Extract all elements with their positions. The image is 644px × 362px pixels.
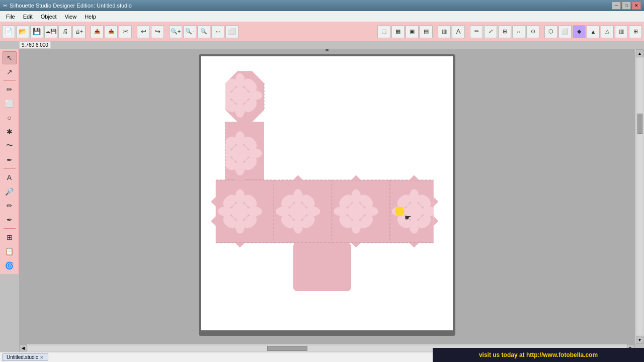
maximize-button[interactable]: □	[622, 2, 631, 10]
zoom-in-button[interactable]: 🔍+	[169, 25, 182, 38]
weld-button[interactable]: ⊙	[526, 25, 539, 38]
panel2-tool[interactable]: 📋	[3, 245, 17, 258]
polygon-tool[interactable]: ✱	[3, 125, 17, 138]
svg-marker-41	[351, 243, 361, 248]
tab-untitled[interactable]: Untitled.studio ✕	[2, 353, 48, 361]
menu-object[interactable]: Object	[37, 13, 61, 21]
menu-view[interactable]: View	[61, 13, 81, 21]
scroll-thumb-vertical[interactable]	[637, 114, 642, 134]
eraser-tool[interactable]: ✏	[3, 199, 17, 212]
ellipse-tool[interactable]: ○	[3, 111, 17, 124]
coord-display: 9.760 6.000	[19, 41, 51, 49]
svg-rect-23	[332, 180, 390, 243]
left-panel	[225, 122, 264, 180]
undo-button[interactable]: ↩	[137, 25, 150, 38]
canvas-area[interactable]: ⬆ ✕ ─	[19, 49, 635, 352]
svg-marker-39	[235, 243, 245, 248]
vertical-scrollbar[interactable]: ▲ ▼	[635, 49, 644, 344]
cut-button[interactable]: ✂	[119, 25, 132, 38]
svg-marker-33	[434, 197, 439, 207]
panel-button[interactable]: △	[601, 25, 614, 38]
redo-button[interactable]: ↪	[151, 25, 164, 38]
svg-marker-38	[409, 175, 419, 180]
svg-marker-37	[351, 175, 361, 180]
svg-rect-19	[216, 180, 274, 243]
panel3-tool[interactable]: 🌀	[3, 259, 17, 272]
scroll-left-button[interactable]: ◀	[19, 344, 27, 352]
draw-tool[interactable]: ✏	[3, 83, 17, 96]
white-page[interactable]: ☛	[201, 56, 453, 330]
color-button[interactable]: ◆	[573, 25, 586, 38]
left-toolbar: ↖ ↗ ✏ ⬜ ○ ✱ 〜 ✒ A 🔎 ✏ ✒ ⊞ 📋 🌀	[0, 49, 19, 274]
wave-tool[interactable]: 〜	[3, 139, 17, 152]
menu-file[interactable]: File	[2, 13, 19, 21]
line-style-button[interactable]: ▥	[438, 25, 451, 38]
ad-text: visit us today at http://www.fotobella.c…	[479, 351, 598, 358]
text-tool[interactable]: A	[3, 171, 17, 184]
pan-button[interactable]: ↔	[211, 25, 224, 38]
save-cloud-button[interactable]: ☁💾	[44, 25, 57, 38]
mat-arrow: ⬆	[322, 49, 332, 54]
trace-button[interactable]: ⤢	[484, 25, 497, 38]
svg-text:☛: ☛	[405, 213, 411, 222]
send-button[interactable]: ⬡	[544, 25, 557, 38]
shape-button[interactable]: ▲	[587, 25, 600, 38]
tab-label: Untitled.studio	[7, 354, 38, 360]
rect-tool[interactable]: ⬜	[3, 97, 17, 110]
pen-tool[interactable]: ✒	[3, 153, 17, 166]
group-button[interactable]: ⊞	[498, 25, 511, 38]
text-button[interactable]: A	[452, 25, 465, 38]
svg-rect-15	[225, 122, 264, 180]
menu-bar: File Edit Object View Help	[0, 11, 644, 22]
scroll-track-vertical[interactable]	[637, 58, 642, 335]
minimize-button[interactable]: ─	[612, 2, 621, 10]
grid2-button[interactable]: ⊞	[629, 25, 642, 38]
svg-point-44	[395, 207, 405, 216]
select-rect-button[interactable]: ⬜	[225, 25, 238, 38]
svg-marker-42	[409, 243, 419, 248]
main-toolbar: 📄 📂 💾 ☁💾 🖨 🖨+ 📥 📤 ✂ ↩ ↪ 🔍+ 🔍- 🔍 ↔ ⬜ ⬚ ▦ …	[0, 22, 644, 41]
zoom-fit-button[interactable]: 🔍	[197, 25, 210, 38]
zoom-out-button[interactable]: 🔍-	[183, 25, 196, 38]
zoom-tool[interactable]: 🔎	[3, 185, 17, 198]
svg-marker-11	[225, 71, 264, 122]
node-tool[interactable]: ↗	[3, 65, 17, 78]
align-button[interactable]: ▣	[406, 25, 419, 38]
close-button[interactable]: ✕	[632, 2, 641, 10]
new-button[interactable]: 📄	[2, 25, 15, 38]
open-button[interactable]: 📂	[16, 25, 29, 38]
menu-edit[interactable]: Edit	[19, 13, 37, 21]
panel-1	[216, 180, 274, 243]
export-button[interactable]: 📤	[105, 25, 118, 38]
layers-button[interactable]: ▥	[615, 25, 628, 38]
save-button[interactable]: 💾	[30, 25, 43, 38]
svg-marker-31	[211, 197, 216, 207]
panel-2	[274, 180, 332, 243]
select-tool[interactable]: ↖	[3, 51, 17, 64]
menu-help[interactable]: Help	[80, 13, 100, 21]
tab-close-button[interactable]: ✕	[40, 355, 44, 360]
scroll-down-button[interactable]: ▼	[636, 336, 644, 344]
app-title: Silhouette Studio Designer Edition: Unti…	[10, 3, 132, 9]
cut2-button[interactable]: ⬜	[558, 25, 572, 38]
lid-top	[225, 71, 264, 122]
import-button[interactable]: 📥	[91, 25, 104, 38]
print2-button[interactable]: 🖨+	[72, 25, 86, 38]
title-bar: ✂ Silhouette Studio Designer Edition: Un…	[0, 0, 644, 11]
ad-banner: visit us today at http://www.fotobella.c…	[433, 348, 644, 362]
base-panel	[293, 243, 351, 291]
paint-tool[interactable]: ✒	[3, 213, 17, 226]
print-button[interactable]: 🖨	[58, 25, 71, 38]
guides-button[interactable]: ▤	[420, 25, 433, 38]
scroll-up-button[interactable]: ▲	[636, 49, 644, 57]
svg-marker-34	[434, 216, 439, 226]
title-bar-left: ✂ Silhouette Studio Designer Edition: Un…	[3, 3, 132, 9]
svg-marker-32	[211, 216, 216, 226]
fill-button[interactable]: ✏	[470, 25, 483, 38]
grid-button[interactable]: ▦	[391, 25, 405, 38]
ungroup-button[interactable]: ↔	[512, 25, 525, 38]
panel1-tool[interactable]: ⊞	[3, 231, 17, 244]
snap-button[interactable]: ⬚	[377, 25, 390, 38]
scroll-thumb-horizontal[interactable]	[267, 346, 307, 351]
title-bar-controls[interactable]: ─ □ ✕	[612, 2, 641, 10]
